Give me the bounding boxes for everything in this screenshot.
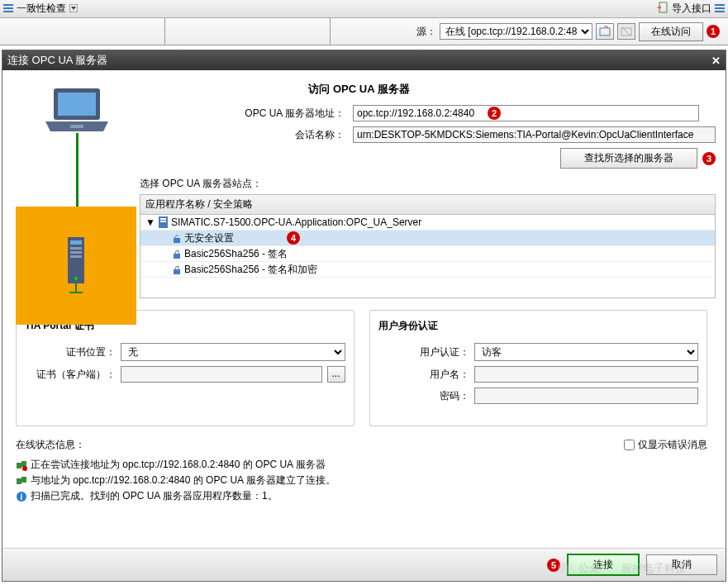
- server-small-icon: [159, 216, 168, 228]
- svg-point-30: [22, 466, 27, 471]
- user-auth-select[interactable]: 访客: [474, 343, 699, 361]
- lock-icon: [172, 265, 181, 274]
- auth-panel-title: 用户身份认证: [378, 319, 699, 333]
- import-interface-button[interactable]: 导入接口: [672, 2, 711, 16]
- endpoint-grid: 应用程序名称 / 安全策略 ▼ SIMATIC.S7-1500.OPC-UA.A…: [140, 194, 716, 298]
- endpoint-sign-text: Basic256Sha256 - 签名: [184, 247, 288, 261]
- user-auth-label: 用户认证：: [378, 345, 469, 359]
- disclosure-triangle-icon[interactable]: ▼: [145, 216, 155, 228]
- server-block: [16, 207, 136, 325]
- dialog-title-text: 连接 OPC UA 服务器: [7, 53, 107, 68]
- cert-browse-button[interactable]: ...: [327, 366, 345, 383]
- status-area: 在线状态信息： 仅显示错误消息 正在尝试连接地址为 opc.tcp://192.…: [16, 438, 707, 504]
- username-label: 用户名：: [378, 368, 469, 382]
- dropdown-arrow-icon[interactable]: [69, 3, 78, 15]
- svg-rect-18: [70, 255, 82, 258]
- browse-icon-button[interactable]: [596, 23, 614, 40]
- endpoint-grid-header: 应用程序名称 / 安全策略: [140, 195, 715, 215]
- svg-rect-17: [70, 251, 82, 254]
- close-icon[interactable]: ✕: [711, 55, 721, 67]
- step-badge-2: 2: [488, 107, 501, 120]
- endpoint-area: 选择 OPC UA 服务器站点： 应用程序名称 / 安全策略 ▼ SIMATIC…: [140, 177, 716, 298]
- cert-location-select[interactable]: 无: [121, 343, 345, 361]
- svg-point-19: [74, 277, 78, 280]
- svg-rect-7: [715, 11, 725, 12]
- connect-button[interactable]: 连接: [567, 554, 640, 576]
- svg-rect-32: [21, 477, 26, 483]
- svg-rect-29: [21, 461, 26, 467]
- connected-icon: [16, 475, 27, 487]
- consistency-check-button[interactable]: 一致性检查: [17, 2, 66, 16]
- dialog-titlebar: 连接 OPC UA 服务器 ✕: [2, 50, 726, 70]
- server-address-input[interactable]: [353, 105, 699, 121]
- info-icon: i: [16, 491, 27, 502]
- cert-client-label: 证书（客户端）：: [25, 368, 116, 382]
- only-errors-checkbox[interactable]: [624, 440, 635, 450]
- svg-rect-12: [58, 93, 96, 116]
- source-select[interactable]: 在线 [opc.tcp://192.168.0.2:4840]: [440, 23, 592, 40]
- session-name-input: [353, 126, 716, 143]
- svg-rect-6: [715, 7, 725, 9]
- svg-rect-1: [3, 7, 13, 9]
- cert-location-label: 证书位置：: [25, 345, 116, 359]
- svg-rect-15: [70, 240, 82, 245]
- username-input: [474, 366, 699, 383]
- status-title: 在线状态信息：: [16, 438, 85, 452]
- status-text-3: 扫描已完成。找到的 OPC UA 服务器应用程序数量：1。: [31, 489, 278, 503]
- cert-client-input: [121, 366, 322, 383]
- toolbar-mid: 源： 在线 [opc.tcp://192.168.0.2:4840] 在线访问 …: [0, 18, 728, 45]
- status-line-1: 正在尝试连接地址为 opc.tcp://192.168.0.2:4840 的 O…: [16, 457, 707, 473]
- password-label: 密码：: [378, 389, 469, 403]
- panels-row: TIA Portal 证书 证书位置： 无 证书（客户端）： ... 用户身份认…: [16, 310, 707, 426]
- endpoint-sign-row[interactable]: Basic256Sha256 - 签名: [140, 246, 715, 262]
- panel-spacer-2: [165, 18, 331, 45]
- unlock-icon: [172, 234, 181, 243]
- step-badge-1: 1: [707, 25, 720, 38]
- svg-rect-5: [715, 4, 725, 6]
- svg-rect-16: [70, 247, 82, 250]
- find-server-button[interactable]: 查找所选择的服务器: [560, 148, 697, 169]
- svg-rect-8: [600, 28, 610, 36]
- svg-rect-21: [69, 292, 83, 293]
- disconnect-icon-button[interactable]: [617, 23, 635, 40]
- dialog-bottom-bar: 5 连接 取消: [2, 548, 726, 581]
- endpoint-signenc-row[interactable]: Basic256Sha256 - 签名和加密: [140, 262, 715, 278]
- svg-rect-28: [17, 463, 21, 468]
- online-access-button[interactable]: 在线访问: [639, 22, 703, 41]
- svg-rect-27: [174, 269, 180, 274]
- auth-panel: 用户身份认证 用户认证： 访客 用户名： 密码：: [369, 310, 708, 426]
- svg-rect-13: [70, 125, 83, 128]
- toolbar-top: 一致性检查 导入接口: [0, 0, 728, 18]
- svg-rect-0: [3, 4, 13, 6]
- cancel-button[interactable]: 取消: [646, 554, 717, 575]
- step-badge-5: 5: [547, 559, 560, 572]
- connection-line: [76, 133, 79, 207]
- step-badge-4: 4: [287, 231, 300, 245]
- cert-panel: TIA Portal 证书 证书位置： 无 证书（客户端）： ...: [16, 310, 354, 426]
- hamburger-icon[interactable]: [3, 3, 13, 15]
- endpoint-app-row[interactable]: ▼ SIMATIC.S7-1500.OPC-UA.Application:OPC…: [140, 215, 715, 231]
- status-text-2: 与地址为 opc.tcp://192.168.0.2:4840 的 OPC UA…: [31, 473, 335, 488]
- import-icon[interactable]: [657, 2, 669, 16]
- select-endpoint-label: 选择 OPC UA 服务器站点：: [140, 177, 716, 191]
- endpoint-none-row[interactable]: 无安全设置 4: [140, 231, 715, 246]
- svg-text:i: i: [21, 492, 23, 502]
- endpoint-app-name: SIMATIC.S7-1500.OPC-UA.Application:OPC_U…: [171, 216, 421, 228]
- laptop-icon: [44, 87, 112, 136]
- svg-rect-31: [17, 478, 21, 484]
- dialog-body: 访问 OPC UA 服务器: [2, 70, 726, 548]
- svg-rect-26: [174, 254, 180, 259]
- endpoint-none-text: 无安全设置: [184, 231, 234, 245]
- connecting-icon: [16, 459, 27, 471]
- svg-rect-24: [160, 221, 166, 222]
- server-icon: [64, 237, 88, 295]
- panel-spacer-1: [0, 18, 165, 45]
- status-text-1: 正在尝试连接地址为 opc.tcp://192.168.0.2:4840 的 O…: [31, 458, 326, 472]
- password-input: [474, 388, 699, 404]
- endpoint-signenc-text: Basic256Sha256 - 签名和加密: [184, 263, 317, 277]
- svg-rect-25: [174, 238, 180, 243]
- source-label: 源：: [416, 25, 436, 39]
- step-badge-3: 3: [702, 152, 716, 165]
- svg-rect-23: [160, 218, 166, 220]
- hamburger-icon2[interactable]: [715, 3, 725, 15]
